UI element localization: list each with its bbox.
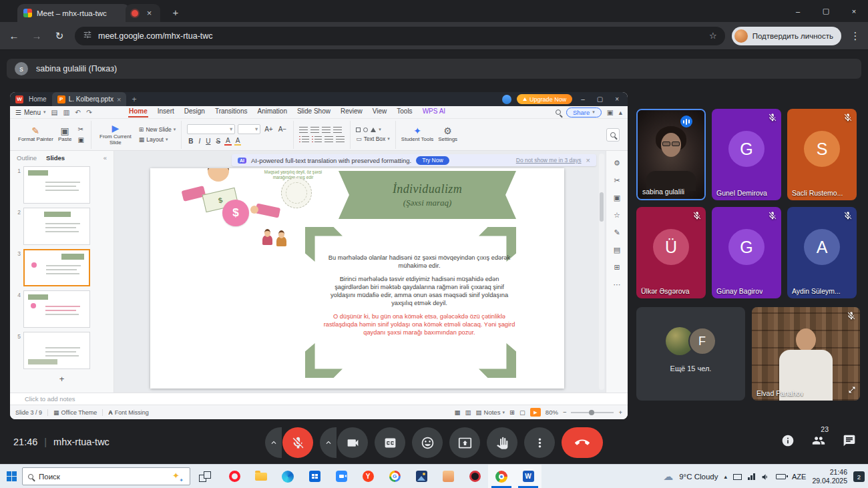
align-justify-button[interactable] [333,127,342,133]
align-right-button[interactable] [322,127,331,133]
slide-sorter-view-icon[interactable]: ▥ [465,409,471,416]
presentation-slide[interactable]: Məqsəd yaxşılıq deyil, öz şəxsi marağınd… [150,168,564,389]
copy-button[interactable]: ▣ [76,136,85,144]
reload-button[interactable]: ↻ [51,27,68,45]
slideshow-button[interactable]: ▶ [530,408,541,417]
participant-tile-6[interactable]: AAydin Süleym... [787,207,857,298]
wps-minimize-button[interactable]: – [578,95,588,103]
browser-tab-meet[interactable]: Meet – mhx-rtua-twc [17,4,130,22]
new-tab-button[interactable]: + [168,5,183,20]
bookmark-star-icon[interactable]: ☆ [709,31,717,41]
cut-button[interactable]: ✂ [76,126,85,133]
taskbar-app-yandex-icon[interactable]: Y [355,465,381,488]
present-button[interactable] [449,427,480,458]
panel-layout-icon[interactable]: ▣ [607,108,614,116]
more-options-button[interactable] [524,427,555,458]
grid-view-icon[interactable]: ⊞ [509,409,515,416]
upgrade-now-button[interactable]: Upgrade Now [517,94,572,104]
participant-tile-5[interactable]: GGünay Bagirov [712,207,781,298]
side-gear-icon[interactable]: ⚙ [614,159,620,168]
taskbar-app-opera-icon[interactable] [221,465,248,488]
mic-mute-button[interactable] [282,427,313,458]
editor-scrollbar[interactable] [599,154,604,390]
address-bar[interactable]: meet.google.com/mhx-rtua-twc ☆ [75,27,725,45]
wps-tab-transitions[interactable]: Transitions [214,107,248,117]
underline-button[interactable]: U [204,138,212,145]
start-button[interactable] [7,471,17,481]
font-family-select[interactable]: ▾ [187,124,235,134]
slides-tab[interactable]: Slides [46,154,65,162]
taskbar-app-google-icon[interactable]: G [381,465,408,488]
zoom-in-button[interactable]: + [618,409,622,416]
taskbar-search[interactable]: Поиск ✦✦ [22,467,190,485]
collapse-ribbon-icon[interactable]: ▴ [619,108,622,116]
info-button[interactable] [781,434,795,450]
slide-thumbnail-5[interactable] [23,332,90,369]
wps-tab-slide-show[interactable]: Slide Show [296,107,331,117]
wps-close-button[interactable]: × [612,95,622,103]
window-close-button[interactable]: × [840,0,868,22]
zoom-slider[interactable] [571,412,614,413]
taskbar-app-explorer-icon[interactable] [248,465,274,488]
battery-tray-icon[interactable] [776,474,786,479]
side-edit-icon[interactable]: ✎ [614,228,620,237]
side-more-icon[interactable]: ⋯ [614,280,621,289]
indent-button[interactable] [324,136,333,142]
taskbar-app-chrome-icon[interactable] [488,465,515,488]
participant-tile-video[interactable]: Elvad Panahov [752,307,860,401]
print-icon[interactable]: ▥ [63,108,69,116]
wps-document-tab[interactable]: P L. Kolberq.pptx × [52,92,127,106]
add-slide-button[interactable]: + [10,371,114,384]
taskbar-app-edge-icon[interactable] [274,465,301,488]
side-grid-icon[interactable]: ⊞ [614,263,620,272]
wps-menu-button[interactable]: ☰Menu▾ [15,109,46,116]
site-settings-icon[interactable] [83,30,92,41]
chat-button[interactable] [843,434,856,450]
camera-button[interactable] [337,427,368,458]
new-slide-button[interactable]: ⊞New Slide▾ [139,126,176,133]
bullet-list-button[interactable] [299,136,309,142]
taskbar-app-store-icon[interactable] [301,465,328,488]
notes-bar[interactable]: Click to add notes [10,393,628,405]
reactions-button[interactable] [412,427,443,458]
volume-tray-icon[interactable] [761,473,770,481]
highlight-button[interactable]: A [234,138,242,146]
align-center-button[interactable] [310,127,319,133]
slide-thumbnail-3[interactable] [23,249,90,286]
wps-tab-review[interactable]: Review [340,107,363,117]
participant-tile-3[interactable]: SSacli Rustemo... [787,109,857,200]
wps-maximize-button[interactable]: ▢ [594,95,606,103]
task-view-button[interactable] [199,471,211,482]
notes-toggle[interactable]: ▤Notes▾ [476,409,505,416]
increase-font-button[interactable]: A+ [263,126,274,133]
select-tool-button[interactable] [606,128,620,142]
normal-view-icon[interactable]: ▦ [455,409,461,416]
document-tab-close-icon[interactable]: × [117,95,121,103]
tab-close-icon[interactable]: × [144,8,154,18]
wps-tab-insert[interactable]: Insert [157,107,175,117]
slide-thumbnail-1[interactable] [23,166,90,204]
line-spacing-button[interactable] [336,136,345,142]
mic-options-chevron[interactable] [265,427,282,458]
end-call-button[interactable] [562,427,603,458]
paste-button[interactable]: ▣ Paste [58,126,71,143]
wps-tab-animation[interactable]: Animation [256,107,287,117]
back-button[interactable]: ← [5,27,23,45]
zoom-out-button[interactable]: − [563,409,567,416]
taskbar-app-zoom-icon[interactable] [328,465,355,488]
italic-button[interactable]: I [197,138,202,145]
wps-tab-design[interactable]: Design [184,107,206,117]
taskbar-clock[interactable]: 21:46 29.04.2025 [812,468,847,485]
language-indicator[interactable]: AZE [792,473,806,481]
window-minimize-button[interactable]: – [784,0,812,22]
collapse-panel-icon[interactable]: « [103,154,107,162]
wps-tab-home[interactable]: Home [128,107,148,117]
side-copy-icon[interactable]: ▣ [614,194,620,202]
font-missing-warning[interactable]: Font Missing [115,409,149,416]
wps-tab-wps-ai[interactable]: WPS AI [422,107,446,117]
side-star-icon[interactable]: ☆ [614,211,620,220]
forward-button[interactable]: → [28,27,45,45]
camera-options-chevron[interactable] [320,427,337,458]
bold-button[interactable]: B [187,138,194,145]
taskbar-app-word-icon[interactable]: W [515,465,541,488]
